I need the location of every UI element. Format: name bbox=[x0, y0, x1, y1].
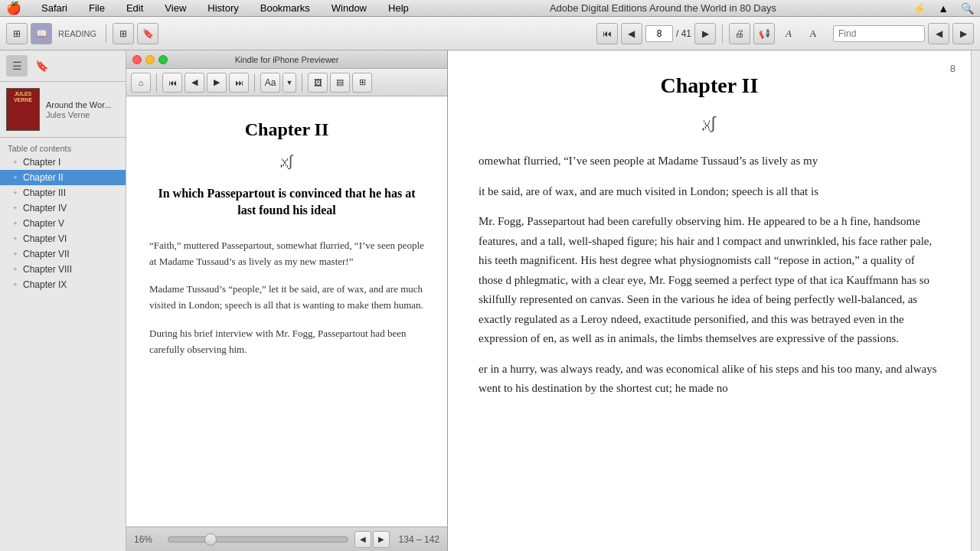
kindle-last-btn[interactable]: ⏭ bbox=[229, 73, 249, 93]
kindle-para-3: During his brief interview with Mr. Fogg… bbox=[149, 326, 424, 358]
kindle-image-btn[interactable]: 🖼 bbox=[308, 73, 328, 93]
find-input[interactable] bbox=[833, 25, 925, 42]
toc-chapter-ii-label: Chapter II bbox=[23, 172, 64, 183]
thumbnails-btn[interactable]: ⊞ bbox=[113, 23, 134, 44]
menu-window[interactable]: Window bbox=[327, 1, 371, 15]
kindle-progress-bar[interactable] bbox=[168, 536, 348, 543]
menu-history[interactable]: History bbox=[203, 1, 243, 15]
kindle-first-btn[interactable]: ⏮ bbox=[162, 73, 182, 93]
font-a2-btn[interactable]: A bbox=[802, 23, 824, 44]
kindle-close-btn[interactable] bbox=[132, 55, 142, 64]
kindle-more-btn[interactable]: ⊞ bbox=[352, 73, 372, 93]
next-page-btn[interactable]: ▶ bbox=[694, 23, 716, 44]
toc-chapter-ix[interactable]: + Chapter IX bbox=[0, 277, 126, 292]
kindle-window-title: Kindle for iPhone Previewer bbox=[235, 55, 339, 64]
kindle-zoom-btn[interactable] bbox=[158, 55, 168, 64]
grid-view-btn[interactable]: ⊞ bbox=[6, 23, 28, 44]
toc-expand-3: + bbox=[11, 188, 20, 197]
kindle-para-1: “Faith,” muttered Passepartout, somewhat… bbox=[149, 238, 424, 270]
toc-chapter-vii[interactable]: + Chapter VII bbox=[0, 246, 126, 262]
menu-view[interactable]: View bbox=[160, 1, 191, 15]
kindle-previewer: Kindle for iPhone Previewer ⌂ ⏮ ◀ ▶ ⏭ Aa… bbox=[126, 51, 448, 551]
print-btn[interactable]: 🖨 bbox=[729, 23, 750, 44]
page-info: ⏮ ◀ / 41 ▶ bbox=[596, 23, 716, 44]
separator-1 bbox=[106, 24, 106, 43]
toc-icon-btn[interactable]: ☰ bbox=[6, 55, 28, 77]
toc-chapter-viii-label: Chapter VIII bbox=[23, 264, 72, 275]
kindle-prev-btn[interactable]: ◀ bbox=[185, 73, 204, 93]
kindle-toolbar: ⌂ ⏮ ◀ ▶ ⏭ Aa ▼ 🖼 ▤ ⊞ bbox=[126, 69, 447, 96]
toc-chapter-v-label: Chapter V bbox=[23, 218, 64, 229]
kindle-progress-thumb[interactable] bbox=[204, 533, 217, 546]
toc-chapter-viii[interactable]: + Chapter VIII bbox=[0, 262, 126, 277]
toc-chapter-i[interactable]: + Chapter I bbox=[0, 155, 126, 170]
search-icon[interactable]: 🔍 bbox=[961, 2, 974, 15]
kindle-font-down-btn[interactable]: ▼ bbox=[283, 73, 296, 93]
find-bar: ◀ ▶ bbox=[833, 23, 974, 44]
book-cover: JULESVERNE bbox=[6, 88, 40, 131]
k-sep bbox=[156, 73, 157, 92]
prev-page-btn[interactable]: ◀ bbox=[621, 23, 642, 44]
apple-menu[interactable]: 🍎 bbox=[6, 1, 21, 15]
bluetooth-icon: ⚡ bbox=[913, 2, 926, 15]
menu-edit[interactable]: Edit bbox=[122, 1, 148, 15]
find-next-btn[interactable]: ▶ bbox=[952, 23, 974, 44]
toc-header: Table of contents bbox=[0, 141, 126, 155]
toc-chapter-vi-label: Chapter VI bbox=[23, 233, 67, 244]
menu-bookmarks[interactable]: Bookmarks bbox=[256, 1, 315, 15]
font-a-btn[interactable]: A bbox=[778, 23, 799, 44]
reader-ornament: ꭕ∫ bbox=[479, 113, 940, 133]
toc-expand-8: + bbox=[11, 265, 20, 274]
kindle-window-buttons bbox=[132, 55, 168, 64]
reader-page-number: 8 bbox=[950, 63, 956, 74]
kindle-nav-btns: ◀ ▶ bbox=[354, 531, 390, 548]
toc-chapter-iii-label: Chapter III bbox=[23, 187, 66, 198]
toc-chapter-vii-label: Chapter VII bbox=[23, 249, 70, 259]
kindle-minimize-btn[interactable] bbox=[145, 55, 155, 64]
reader-para-1: omewhat flurried, “I’ve seen people at M… bbox=[479, 152, 940, 171]
kindle-footer-prev-btn[interactable]: ◀ bbox=[354, 531, 371, 548]
toc-chapter-ii[interactable]: + Chapter II bbox=[0, 170, 126, 185]
kindle-footer-next-btn[interactable]: ▶ bbox=[373, 531, 390, 548]
toc-chapter-i-label: Chapter I bbox=[23, 157, 60, 168]
kindle-para-2: Madame Tussaud’s “people,” let it be sai… bbox=[149, 282, 424, 314]
toc-expand-2: + bbox=[11, 173, 20, 182]
book-title-sidebar: Around the Wor... bbox=[46, 99, 119, 110]
menu-help[interactable]: Help bbox=[384, 1, 413, 15]
read-aloud-btn[interactable]: 📢 bbox=[753, 23, 775, 44]
reader-para-2: it be said, are of wax, and are much vis… bbox=[479, 182, 940, 202]
toc-chapter-iv-label: Chapter IV bbox=[23, 203, 67, 214]
kindle-subtitle: In which Passepartout is convinced that … bbox=[149, 185, 424, 220]
page-separator: / 41 bbox=[676, 28, 691, 39]
menu-file[interactable]: File bbox=[84, 1, 109, 15]
toc-chapter-v[interactable]: + Chapter V bbox=[0, 216, 126, 231]
reading-label: READING bbox=[55, 29, 100, 38]
toc-section: Table of contents + Chapter I + Chapter … bbox=[0, 138, 126, 551]
kindle-content: Chapter II ꭕ∫ In which Passepartout is c… bbox=[126, 96, 447, 527]
bookmarks-icon-btn[interactable]: 🔖 bbox=[31, 55, 52, 77]
toc-chapter-iv[interactable]: + Chapter IV bbox=[0, 201, 126, 216]
page-number-input[interactable] bbox=[645, 25, 673, 42]
toc-chapter-iii[interactable]: + Chapter III bbox=[0, 185, 126, 201]
book-info: Around the Wor... Jules Verne bbox=[46, 99, 119, 119]
kindle-chapter-title: Chapter II bbox=[149, 119, 424, 140]
first-page-btn[interactable]: ⏮ bbox=[596, 23, 618, 44]
kindle-page-range: 134 – 142 bbox=[399, 534, 439, 545]
kindle-font-btn[interactable]: Aa bbox=[260, 73, 280, 93]
k-sep3 bbox=[302, 73, 302, 92]
book-author-sidebar: Jules Verne bbox=[46, 110, 119, 119]
find-prev-btn[interactable]: ◀ bbox=[928, 23, 949, 44]
toc-chapter-vi[interactable]: + Chapter VI bbox=[0, 231, 126, 246]
kindle-layout-btn[interactable]: ▤ bbox=[330, 73, 350, 93]
separator-2 bbox=[722, 24, 723, 43]
book-view-btn[interactable]: 📖 bbox=[31, 23, 52, 44]
kindle-next-btn[interactable]: ▶ bbox=[207, 73, 227, 93]
book-reader: 8 Chapter II ꭕ∫ omewhat flurried, “I’ve … bbox=[448, 51, 971, 551]
kindle-home-btn[interactable]: ⌂ bbox=[131, 73, 151, 93]
bookmark-btn[interactable]: 🔖 bbox=[137, 23, 158, 44]
reader-scrollbar[interactable] bbox=[971, 51, 980, 551]
menu-safari[interactable]: Safari bbox=[37, 1, 72, 15]
toc-expand-6: + bbox=[11, 234, 20, 243]
reader-text: omewhat flurried, “I’ve seen people at M… bbox=[479, 152, 940, 399]
reader-chapter-title: Chapter II bbox=[479, 73, 940, 98]
